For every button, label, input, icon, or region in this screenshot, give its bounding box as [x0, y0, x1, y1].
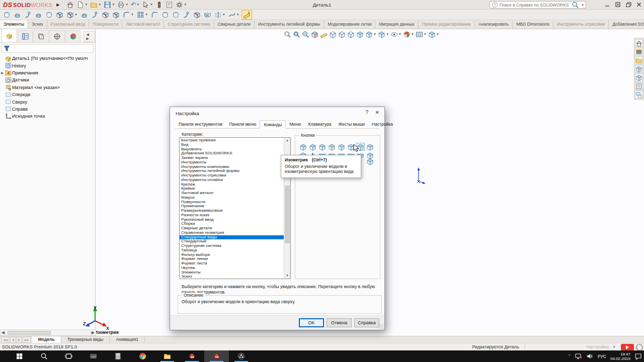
chevron-down-icon[interactable]: ▼ — [98, 3, 101, 6]
chevron-down-icon[interactable]: ▼ — [398, 33, 401, 36]
category-item[interactable]: Кривые — [180, 187, 284, 191]
tab-navigation-buttons[interactable]: ◀◀◀▶▶▶ — [0, 336, 32, 343]
status-caret-icon[interactable]: ▲ — [612, 344, 616, 348]
prev-tab-icon[interactable]: ◀ — [10, 337, 16, 343]
category-item[interactable]: Инструменты отрисовки — [180, 173, 284, 178]
options-icon[interactable]: ▼ — [175, 1, 188, 9]
home-icon[interactable] — [65, 1, 75, 9]
lofted-cut-button[interactable] — [101, 10, 110, 20]
chevron-down-icon[interactable]: ▼ — [150, 3, 153, 6]
task-pane-custom-properties-button[interactable] — [635, 82, 643, 90]
task-pane-view-palette-button[interactable] — [635, 65, 643, 73]
video-play-overlay[interactable] — [621, 344, 634, 351]
taskbar-explorer-button[interactable] — [155, 350, 180, 362]
tab-структурная-система[interactable]: Структурная система — [164, 20, 214, 29]
category-item[interactable]: Размеры/взаимосвязи — [180, 209, 284, 213]
sketch-measure-button[interactable] — [319, 30, 328, 39]
category-item[interactable]: Инструменты литейной формы — [180, 169, 284, 173]
taskbar-solidworks-2019-button[interactable]: SW — [204, 350, 229, 362]
reference-geometry-button[interactable]: ▼ — [213, 10, 226, 20]
taskbar-clock[interactable]: 19:47 04.02.2019 — [610, 352, 630, 361]
category-item[interactable]: Стандартный — [180, 239, 284, 244]
category-item[interactable]: Чертеж — [180, 266, 284, 270]
extruded-cut-button[interactable] — [55, 10, 64, 20]
rib-button[interactable] — [150, 10, 159, 20]
chevron-down-icon[interactable]: ▼ — [222, 13, 225, 16]
doc-tab-трехмерные-виды[interactable]: Трехмерные виды — [61, 336, 110, 343]
category-item[interactable]: Таблица — [180, 248, 284, 253]
dialog-tab-6[interactable]: Жесты мыши — [335, 120, 368, 128]
scroll-up-arrow[interactable]: ▲ — [284, 138, 290, 143]
next-tab-icon[interactable]: ▶ — [17, 337, 22, 343]
zoom-fit-button[interactable] — [283, 30, 292, 39]
hole-wizard-button[interactable]: ▼ — [65, 10, 78, 20]
tab-эскиз[interactable]: Эскиз — [28, 20, 47, 29]
tab-рукописный-ввод[interactable]: Рукописный ввод — [47, 20, 89, 29]
category-item[interactable]: Листовой металл — [180, 191, 284, 196]
dialog-close-button[interactable]: ✕ — [375, 110, 379, 115]
task-pane-appearances-button[interactable] — [635, 73, 643, 81]
view-left-button[interactable] — [318, 143, 327, 151]
dialog-tab-5[interactable]: Клавиатура — [304, 120, 335, 128]
tree-item[interactable]: Материал <не указан> — [0, 84, 95, 91]
category-item[interactable]: Макрос — [180, 196, 284, 200]
network-icon[interactable] — [575, 353, 583, 359]
category-item[interactable]: Стандартные виды — [180, 235, 284, 240]
category-item[interactable]: Быстрые привязки — [180, 138, 284, 143]
taskbar-calculator-button[interactable] — [106, 350, 130, 362]
tab-миграция-данных[interactable]: Миграция данных — [375, 20, 418, 29]
chevron-down-icon[interactable]: ▼ — [386, 33, 389, 36]
panel-tab-appearances-tab[interactable] — [65, 30, 81, 42]
taskbar-solidworks-2019-button[interactable]: SW — [180, 350, 204, 362]
maximize-button[interactable] — [615, 1, 621, 8]
tab-добавления-solidw-[interactable]: Добавления SOLIDW... — [609, 20, 644, 29]
panel-tab-arrows[interactable]: ◀ ▶ — [84, 31, 95, 42]
search-icon[interactable] — [572, 1, 579, 9]
section-view-button[interactable] — [310, 30, 319, 39]
revolved-cut-button[interactable] — [79, 10, 89, 20]
style-shaded-edges-button[interactable] — [356, 30, 364, 39]
scrollbar-thumb[interactable] — [285, 186, 290, 243]
cancel-button[interactable]: Отмена — [327, 318, 352, 327]
category-item[interactable]: Элементы — [180, 270, 284, 275]
category-item[interactable]: Инструменты сплайна — [180, 178, 284, 183]
help-button[interactable]: Справка — [354, 318, 379, 327]
category-item[interactable]: Инструменты — [180, 160, 284, 165]
display-states-icon[interactable] — [154, 1, 164, 9]
linear-pattern-button[interactable]: ▼ — [136, 10, 149, 20]
scrollbar-thumb[interactable] — [8, 331, 51, 335]
taskbar-obs-button[interactable] — [229, 350, 254, 362]
mirror-button[interactable] — [203, 10, 212, 20]
task-pane-home-button[interactable] — [635, 39, 643, 47]
view-back-button[interactable] — [308, 143, 317, 151]
style-hidden-removed-button[interactable] — [347, 30, 355, 39]
category-item[interactable]: Формат линии — [180, 257, 284, 261]
dialog-tab-3[interactable]: Команды — [260, 120, 286, 129]
chevron-down-icon[interactable]: ▼ — [581, 4, 584, 7]
print-icon[interactable]: ▼ — [116, 1, 129, 9]
resize-grip[interactable] — [378, 324, 384, 329]
tab-моделирование-сетки[interactable]: Моделирование сетки — [324, 20, 375, 29]
hidden-icons-icon[interactable]: ⌃ — [568, 354, 571, 358]
style-wireframe-button[interactable] — [329, 30, 337, 39]
swept-boss-button[interactable] — [23, 10, 33, 20]
chevron-down-icon[interactable]: ▼ — [136, 3, 139, 6]
fillet-button[interactable]: ▼ — [122, 10, 135, 20]
category-item[interactable]: Формат листа — [180, 261, 284, 266]
view-settings-button[interactable]: ▼ — [428, 30, 440, 39]
chevron-down-icon[interactable]: ▼ — [145, 13, 148, 16]
logo-flyout-arrow[interactable]: ▶ — [56, 3, 59, 7]
taskbar-start-button[interactable] — [7, 350, 32, 362]
dialog-tab-4[interactable]: Меню — [286, 120, 304, 128]
first-tab-icon[interactable]: ◀◀ — [2, 337, 9, 343]
scroll-right-arrow[interactable]: ▶ — [92, 330, 95, 335]
task-pane-forum-button[interactable] — [635, 90, 643, 99]
doc-tab-анимация1[interactable]: Анимация1 — [110, 336, 145, 343]
edit-appearance-button[interactable]: ▼ — [403, 30, 415, 39]
panel-tab-features-tree[interactable] — [2, 29, 17, 42]
last-tab-icon[interactable]: ▶▶ — [23, 337, 30, 343]
chevron-down-icon[interactable]: ▼ — [112, 3, 115, 6]
dialog-tab-7[interactable]: Настройка — [368, 120, 396, 128]
panel-tab-configuration-manager[interactable]: ☰ — [33, 30, 49, 42]
chevron-down-icon[interactable]: ▼ — [85, 3, 88, 6]
